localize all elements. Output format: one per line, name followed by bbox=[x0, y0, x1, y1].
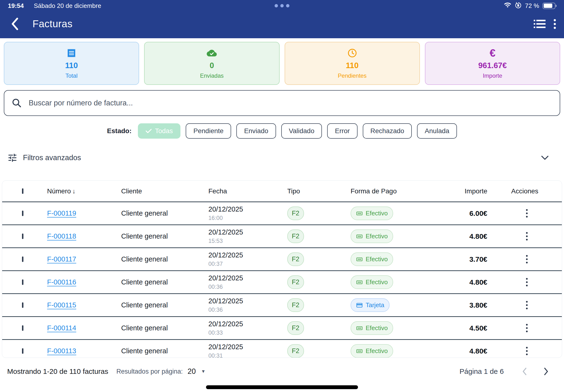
invoice-link[interactable]: F-000119 bbox=[47, 209, 76, 217]
status-chip-rechazado[interactable]: Rechazado bbox=[363, 123, 412, 139]
clock-icon bbox=[347, 48, 357, 58]
table-row: F-000117 Cliente general 20/12/2025 00:3… bbox=[2, 248, 562, 271]
table-row: F-000114 Cliente general 20/12/2025 00:3… bbox=[2, 317, 562, 340]
page-indicator: Página 1 de 6 bbox=[460, 367, 504, 376]
payment-badge: Efectivo bbox=[351, 321, 393, 335]
status-chip-todas[interactable]: Todas bbox=[138, 123, 181, 139]
kebab-icon bbox=[554, 19, 556, 29]
chip-label: Enviado bbox=[244, 127, 268, 135]
advanced-filters-label: Filtros avanzados bbox=[23, 154, 81, 162]
row-checkbox[interactable] bbox=[22, 325, 23, 331]
payment-badge: Efectivo bbox=[351, 275, 393, 289]
sort-desc-icon: ↓ bbox=[72, 188, 76, 195]
chevron-right-icon bbox=[543, 367, 549, 376]
card-label: Total bbox=[66, 72, 78, 79]
facturas-screen: 19:54 Sábado 20 de diciembre 72 % Factur… bbox=[0, 0, 564, 392]
row-checkbox[interactable] bbox=[22, 280, 23, 285]
chevron-left-icon bbox=[522, 367, 528, 376]
invoices-table: Número↓ Cliente Fecha Tipo Forma de Pago… bbox=[2, 181, 562, 358]
invoice-link[interactable]: F-000113 bbox=[47, 347, 76, 355]
main-content: 110 Total 0 Enviadas 110 Pendientes € 96… bbox=[0, 38, 564, 382]
row-actions-button[interactable] bbox=[524, 344, 530, 358]
invoice-time: 00:33 bbox=[208, 329, 278, 336]
row-actions-button[interactable] bbox=[524, 230, 530, 243]
list-view-button[interactable] bbox=[534, 19, 546, 29]
wifi-icon bbox=[504, 2, 511, 9]
dropdown-arrow-icon: ▼ bbox=[201, 369, 206, 374]
header-importe[interactable]: Importe bbox=[452, 187, 499, 195]
type-badge: F2 bbox=[287, 298, 304, 312]
invoice-date: 20/12/2025 bbox=[208, 343, 278, 351]
header-tipo[interactable]: Tipo bbox=[278, 187, 342, 195]
banknote-icon bbox=[356, 256, 363, 263]
banknote-icon bbox=[356, 210, 363, 217]
row-actions-button[interactable] bbox=[524, 322, 530, 335]
type-badge: F2 bbox=[287, 275, 304, 289]
banknote-icon bbox=[356, 325, 363, 331]
status-left: 19:54 Sábado 20 de diciembre bbox=[8, 2, 101, 10]
payment-badge: Efectivo bbox=[351, 344, 393, 358]
advanced-filters-toggle[interactable]: Filtros avanzados bbox=[4, 148, 560, 167]
nav-bar: Facturas bbox=[0, 12, 564, 38]
header-forma-de-pago[interactable]: Forma de Pago bbox=[342, 187, 452, 195]
status-chip-error[interactable]: Error bbox=[327, 123, 357, 139]
table-body: F-000119 Cliente general 20/12/2025 16:0… bbox=[2, 202, 562, 358]
home-indicator[interactable] bbox=[206, 385, 358, 389]
summary-cards: 110 Total 0 Enviadas 110 Pendientes € 96… bbox=[4, 42, 560, 85]
row-checkbox[interactable] bbox=[22, 210, 23, 216]
row-actions-button[interactable] bbox=[524, 207, 530, 220]
next-page-button[interactable] bbox=[542, 366, 550, 377]
invoice-time: 00:37 bbox=[208, 261, 278, 267]
invoice-date: 20/12/2025 bbox=[208, 320, 278, 328]
row-checkbox[interactable] bbox=[22, 256, 23, 262]
invoice-link[interactable]: F-000115 bbox=[47, 301, 76, 309]
status-chip-enviado[interactable]: Enviado bbox=[236, 123, 276, 139]
invoice-amount: 4.80€ bbox=[469, 232, 487, 240]
row-actions-button[interactable] bbox=[524, 276, 530, 289]
search-icon bbox=[12, 98, 22, 108]
row-actions-button[interactable] bbox=[524, 298, 530, 312]
table-row: F-000118 Cliente general 20/12/2025 15:5… bbox=[2, 225, 562, 248]
invoice-time: 00:36 bbox=[208, 307, 278, 313]
header-numero[interactable]: Número↓ bbox=[38, 187, 112, 195]
chevron-left-icon bbox=[11, 17, 19, 31]
header-cliente[interactable]: Cliente bbox=[112, 187, 199, 195]
euro-icon: € bbox=[490, 48, 495, 58]
row-checkbox[interactable] bbox=[22, 302, 23, 308]
overflow-menu-button[interactable] bbox=[554, 19, 556, 29]
status-chip-validado[interactable]: Validado bbox=[281, 123, 322, 139]
status-time: 19:54 bbox=[8, 2, 24, 10]
battery-icon bbox=[542, 3, 555, 9]
invoice-link[interactable]: F-000114 bbox=[47, 324, 76, 332]
chip-label: Rechazado bbox=[371, 127, 404, 135]
app-header: 19:54 Sábado 20 de diciembre 72 % Factur… bbox=[0, 0, 564, 38]
per-page-value: 20 bbox=[188, 367, 196, 376]
search-bar bbox=[4, 90, 560, 116]
header-fecha[interactable]: Fecha bbox=[199, 187, 278, 195]
search-input[interactable] bbox=[29, 99, 552, 107]
invoice-link[interactable]: F-000116 bbox=[47, 278, 76, 286]
invoice-amount: 4.50€ bbox=[469, 324, 487, 332]
table-row: F-000116 Cliente general 20/12/2025 00:3… bbox=[2, 271, 562, 294]
select-all-checkbox[interactable] bbox=[22, 188, 23, 194]
per-page-select[interactable]: 20 ▼ bbox=[188, 367, 206, 376]
invoice-link[interactable]: F-000117 bbox=[47, 255, 76, 263]
invoice-link[interactable]: F-000118 bbox=[47, 232, 76, 240]
status-chip-anulada[interactable]: Anulada bbox=[417, 123, 457, 139]
row-checkbox[interactable] bbox=[22, 348, 23, 354]
pager: Página 1 de 6 bbox=[460, 366, 550, 377]
previous-page-button[interactable] bbox=[520, 366, 529, 377]
status-right: 72 % bbox=[504, 2, 557, 10]
summary-card-pendientes: 110 Pendientes bbox=[285, 42, 420, 85]
status-chip-pendiente[interactable]: Pendiente bbox=[186, 123, 231, 139]
type-badge: F2 bbox=[287, 207, 304, 220]
banknote-icon bbox=[356, 279, 363, 285]
invoice-amount: 4.80€ bbox=[469, 278, 487, 286]
list-icon bbox=[534, 19, 546, 29]
row-checkbox[interactable] bbox=[22, 234, 23, 239]
payment-badge: Efectivo bbox=[351, 229, 393, 243]
chip-label: Validado bbox=[289, 127, 315, 135]
back-button[interactable] bbox=[11, 17, 19, 31]
invoice-amount: 6.00€ bbox=[469, 209, 487, 217]
row-actions-button[interactable] bbox=[524, 253, 530, 266]
